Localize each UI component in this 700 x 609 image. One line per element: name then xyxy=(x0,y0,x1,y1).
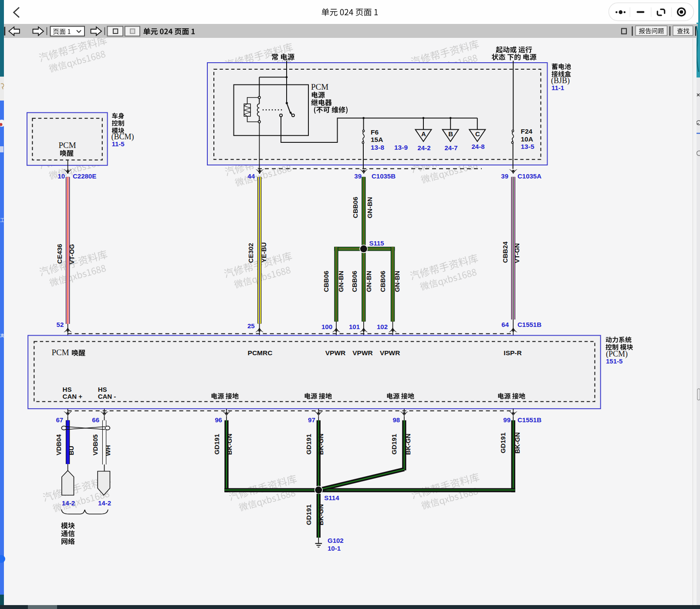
svg-text:CBB06: CBB06 xyxy=(379,271,386,292)
svg-text:HS: HS xyxy=(98,386,107,393)
svg-text:PCM: PCM xyxy=(311,82,328,91)
svg-text:GD191: GD191 xyxy=(305,505,312,525)
svg-text:96: 96 xyxy=(215,416,222,424)
svg-text:VT-OG: VT-OG xyxy=(68,244,75,265)
svg-text:14-2: 14-2 xyxy=(62,499,75,507)
svg-text:25: 25 xyxy=(247,322,255,330)
svg-text:GD191: GD191 xyxy=(305,434,312,455)
svg-text:YE-BU: YE-BU xyxy=(260,242,267,263)
svg-text:VDB05: VDB05 xyxy=(91,434,99,455)
svg-text:BK-GN: BK-GN xyxy=(404,434,412,455)
svg-text:WH: WH xyxy=(104,445,112,456)
svg-text:PCM: PCM xyxy=(58,141,76,150)
svg-text:HS: HS xyxy=(63,386,72,393)
svg-text:VPWR: VPWR xyxy=(380,349,400,357)
svg-text:102: 102 xyxy=(377,323,388,330)
svg-text:GN-BN: GN-BN xyxy=(393,271,401,292)
svg-text:ISP-R: ISP-R xyxy=(504,349,521,357)
svg-text:98: 98 xyxy=(393,416,400,424)
svg-text:GD191: GD191 xyxy=(499,433,507,454)
svg-text:39: 39 xyxy=(501,172,508,180)
svg-text:10A: 10A xyxy=(521,135,533,143)
svg-text:CAN +: CAN + xyxy=(63,393,83,400)
svg-text:PCMRC: PCMRC xyxy=(248,349,273,357)
svg-text:24-8: 24-8 xyxy=(471,143,484,150)
svg-text:66: 66 xyxy=(92,416,99,424)
svg-text:A: A xyxy=(421,130,426,138)
svg-text:67: 67 xyxy=(56,416,64,424)
svg-text:GD191: GD191 xyxy=(213,434,220,455)
svg-text:CE436: CE436 xyxy=(56,244,63,264)
svg-text:100: 100 xyxy=(321,323,332,330)
svg-text:C2280E: C2280E xyxy=(73,172,96,180)
svg-text:VT-GN: VT-GN xyxy=(513,243,521,263)
svg-text:11-5: 11-5 xyxy=(112,140,124,148)
svg-text:97: 97 xyxy=(308,416,315,424)
svg-text:13-5: 13-5 xyxy=(521,143,534,150)
svg-text:BK-GN: BK-GN xyxy=(226,434,233,455)
svg-text:BK-GN: BK-GN xyxy=(317,434,325,455)
svg-text:工: 工 xyxy=(0,218,5,223)
svg-text:13-8: 13-8 xyxy=(371,144,384,151)
svg-text:S115: S115 xyxy=(369,239,384,247)
svg-text:44: 44 xyxy=(247,172,255,180)
svg-text:64: 64 xyxy=(501,321,509,328)
svg-text:14-2: 14-2 xyxy=(98,499,111,507)
svg-text:10-1: 10-1 xyxy=(328,545,341,552)
svg-text:11-1: 11-1 xyxy=(551,84,564,91)
svg-text:CAN -: CAN - xyxy=(98,393,116,400)
svg-text:F6: F6 xyxy=(371,128,379,136)
svg-text:PCM: PCM xyxy=(52,348,69,357)
svg-text:24-7: 24-7 xyxy=(444,144,457,151)
svg-text:VDB04: VDB04 xyxy=(55,434,62,455)
svg-text:S114: S114 xyxy=(324,494,339,501)
svg-text:CE302: CE302 xyxy=(247,243,254,263)
svg-text:C1035B: C1035B xyxy=(372,172,396,180)
svg-text:10: 10 xyxy=(57,172,65,180)
svg-text:39: 39 xyxy=(354,172,362,180)
svg-text:VPWR: VPWR xyxy=(325,349,346,357)
svg-text:C1551B: C1551B xyxy=(517,416,541,424)
svg-text:BK-GN: BK-GN xyxy=(514,432,521,454)
svg-text:GD191: GD191 xyxy=(390,434,398,455)
svg-text:BU: BU xyxy=(68,446,75,455)
svg-text:C1551B: C1551B xyxy=(517,321,541,328)
svg-text:52: 52 xyxy=(57,321,64,328)
svg-text:CBB24: CBB24 xyxy=(501,241,509,263)
svg-text:151-5: 151-5 xyxy=(606,357,622,365)
svg-text:GN-BN: GN-BN xyxy=(365,271,372,292)
svg-text:CBB06: CBB06 xyxy=(351,271,358,292)
svg-text:24-2: 24-2 xyxy=(417,144,430,151)
svg-text:B: B xyxy=(448,130,453,138)
svg-text:15A: 15A xyxy=(371,136,383,143)
svg-text:G102: G102 xyxy=(328,537,344,544)
svg-text:F24: F24 xyxy=(521,128,533,135)
svg-text:13-9: 13-9 xyxy=(394,144,408,151)
svg-text:CBB06: CBB06 xyxy=(352,197,359,218)
svg-text:CBB06: CBB06 xyxy=(322,271,330,292)
svg-text:离: 离 xyxy=(0,333,5,338)
svg-text:GN-BN: GN-BN xyxy=(366,197,373,218)
svg-text:C1035A: C1035A xyxy=(517,172,541,180)
svg-text:BK-GN: BK-GN xyxy=(317,504,325,525)
svg-text:C: C xyxy=(475,130,480,138)
svg-text:VPWR: VPWR xyxy=(352,349,373,357)
svg-text:GN-BN: GN-BN xyxy=(337,271,345,292)
svg-text:101: 101 xyxy=(349,323,360,330)
svg-text:99: 99 xyxy=(503,416,511,424)
